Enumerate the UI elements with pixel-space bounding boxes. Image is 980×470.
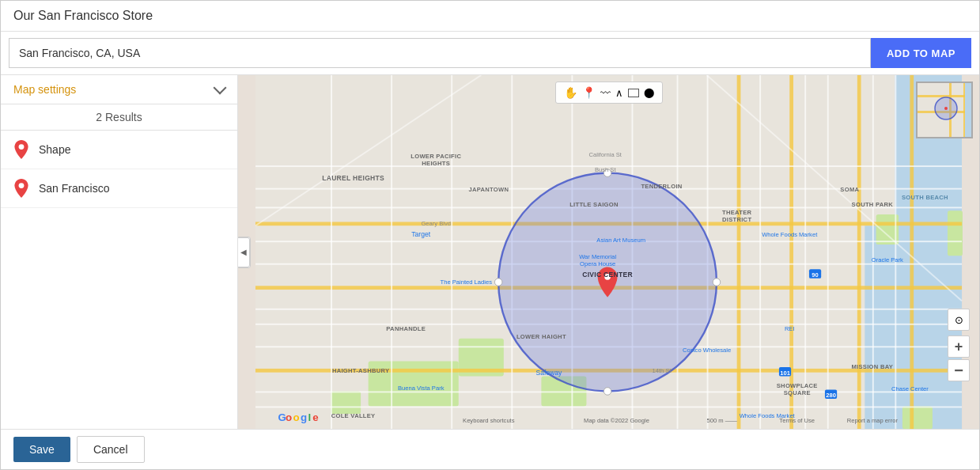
svg-text:Terms of Use: Terms of Use (779, 417, 815, 424)
svg-rect-32 (451, 75, 452, 429)
svg-rect-38 (759, 75, 761, 429)
pin-icon-sf (13, 179, 29, 198)
svg-text:REI: REI (785, 325, 795, 332)
result-label-shape: Shape (39, 143, 70, 156)
svg-text:COLE VALLEY: COLE VALLEY (331, 412, 376, 419)
svg-text:500 m ——: 500 m —— (706, 417, 737, 424)
svg-point-48 (494, 279, 502, 286)
svg-text:Whole Foods Market: Whole Foods Market (762, 231, 818, 238)
collapse-arrow[interactable]: ◀ (238, 237, 250, 267)
svg-text:Report a map error: Report a map error (847, 417, 899, 424)
map-background: LAUREL HEIGHTS LOWER PACIFIC HEIGHTS JAP… (238, 75, 979, 429)
svg-rect-40 (827, 75, 829, 429)
path-tool-icon[interactable]: ∧ (615, 87, 623, 99)
title-bar: Our San Francisco Store (1, 1, 979, 32)
svg-text:THEATER: THEATER (722, 209, 752, 216)
app-container: Our San Francisco Store ADD TO MAP Map s… (0, 0, 980, 470)
svg-text:SOMA: SOMA (840, 186, 859, 193)
svg-text:90: 90 (812, 271, 818, 279)
svg-rect-9 (948, 210, 963, 256)
svg-rect-16 (737, 75, 741, 429)
locate-button[interactable]: ⊙ (948, 309, 970, 331)
svg-rect-18 (857, 75, 861, 429)
svg-rect-10 (331, 391, 361, 414)
svg-text:SHOWPLACE: SHOWPLACE (777, 382, 818, 389)
svg-rect-30 (331, 75, 332, 429)
zoom-controls: ⊙ + − (948, 309, 970, 381)
sidebar: Map settings 2 Results Shape San Francis… (1, 75, 238, 429)
result-label-sf: San Francisco (39, 182, 109, 195)
svg-text:HEIGHTS: HEIGHTS (422, 160, 450, 167)
svg-rect-39 (804, 75, 806, 429)
svg-text:SOUTH BEACH: SOUTH BEACH (902, 194, 948, 201)
svg-text:MISSION BAY: MISSION BAY (852, 363, 894, 370)
svg-text:LAUREL HEIGHTS: LAUREL HEIGHTS (322, 174, 384, 182)
svg-text:Asian Art Museum: Asian Art Museum (596, 237, 645, 244)
svg-text:DISTRICT: DISTRICT (722, 216, 751, 223)
circle-tool-icon[interactable]: ⬤ (644, 87, 654, 98)
svg-text:Bush St: Bush St (595, 166, 616, 173)
svg-text:TENDERLOIN: TENDERLOIN (641, 183, 682, 190)
svg-text:Chase Center: Chase Center (891, 385, 929, 392)
svg-rect-119 (965, 83, 973, 138)
zoom-in-button[interactable]: + (948, 335, 970, 358)
map-settings-label: Map settings (13, 83, 76, 96)
svg-text:HAIGHT-ASHBURY: HAIGHT-ASHBURY (332, 367, 389, 374)
rectangle-tool-icon[interactable] (628, 89, 639, 97)
svg-text:l: l (308, 411, 312, 423)
svg-text:MISSION: MISSION (656, 427, 683, 429)
svg-text:280: 280 (826, 392, 836, 399)
search-bar: ADD TO MAP (1, 32, 979, 75)
svg-text:Costco Wholesale: Costco Wholesale (683, 347, 731, 354)
pin-icon-shape (13, 140, 29, 159)
svg-rect-31 (391, 75, 392, 429)
svg-text:101: 101 (780, 370, 790, 377)
svg-point-0 (19, 144, 25, 150)
save-button[interactable]: Save (13, 437, 70, 462)
main-content: Map settings 2 Results Shape San Francis… (1, 75, 979, 429)
marker-tool-icon[interactable]: 📍 (582, 86, 596, 99)
map-toolbar: ✋ 📍 〰 ∧ ⬤ (555, 81, 663, 104)
svg-text:Target: Target (411, 230, 430, 238)
polyline-tool-icon[interactable]: 〰 (600, 87, 611, 99)
svg-rect-12 (902, 406, 933, 429)
svg-text:e: e (312, 411, 318, 423)
svg-text:Oracle Park: Oracle Park (872, 256, 903, 263)
svg-text:Opera House: Opera House (580, 260, 615, 267)
svg-rect-41 (872, 75, 874, 429)
hand-tool-icon[interactable]: ✋ (564, 86, 577, 99)
svg-text:LITTLE SAIGON: LITTLE SAIGON (569, 201, 619, 208)
bottom-bar: Save Cancel (1, 429, 979, 469)
svg-point-121 (944, 107, 948, 110)
svg-text:14th St: 14th St (653, 367, 672, 374)
svg-rect-42 (895, 75, 896, 429)
svg-text:The Painted Ladies: The Painted Ladies (441, 279, 493, 286)
svg-text:Geary Blvd: Geary Blvd (421, 220, 451, 227)
svg-text:SOUTH PARK: SOUTH PARK (852, 201, 894, 208)
svg-rect-29 (255, 406, 962, 407)
add-to-map-button[interactable]: ADD TO MAP (871, 38, 971, 68)
svg-text:Buena Vista Park: Buena Vista Park (398, 385, 445, 392)
svg-text:g: g (301, 411, 307, 423)
page-title: Our San Francisco Store (13, 9, 967, 23)
cancel-button[interactable]: Cancel (77, 436, 145, 463)
svg-text:LOWER PACIFIC: LOWER PACIFIC (411, 153, 461, 160)
result-item-shape[interactable]: Shape (1, 131, 237, 169)
svg-text:Safeway: Safeway (535, 369, 562, 377)
svg-point-47 (604, 388, 611, 396)
search-input[interactable] (9, 38, 871, 68)
map-container[interactable]: LAUREL HEIGHTS LOWER PACIFIC HEIGHTS JAP… (238, 75, 979, 429)
svg-text:SQUARE: SQUARE (784, 389, 811, 396)
svg-text:LOWER HAIGHT: LOWER HAIGHT (516, 333, 566, 340)
results-count: 2 Results (1, 104, 237, 131)
chevron-down-icon (214, 81, 227, 95)
svg-rect-19 (910, 75, 914, 429)
map-settings-toggle[interactable]: Map settings (1, 75, 237, 104)
result-item-san-francisco[interactable]: San Francisco (1, 169, 237, 208)
svg-text:CIVIC CENTER: CIVIC CENTER (582, 271, 633, 279)
svg-text:o: o (293, 411, 300, 423)
svg-point-1 (19, 183, 25, 188)
zoom-out-button[interactable]: − (948, 359, 970, 381)
svg-text:Keyboard shortcuts: Keyboard shortcuts (463, 417, 515, 424)
minimap[interactable] (916, 81, 973, 138)
